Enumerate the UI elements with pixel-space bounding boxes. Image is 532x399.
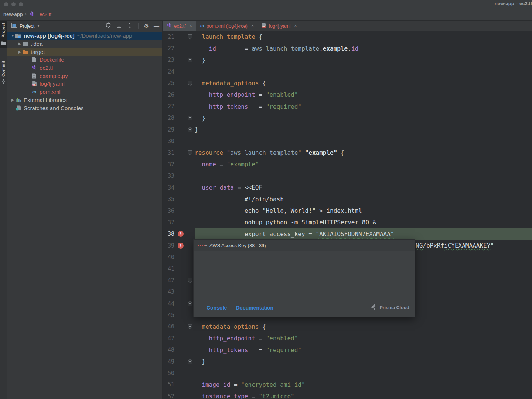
fold-marker-icon[interactable] xyxy=(188,127,192,132)
project-tree: ▼new-app [log4j-rce]~/Downloads/new-app▶… xyxy=(7,31,162,112)
code-text: } xyxy=(195,358,205,365)
code-text: export access_key = "AKIAIOSFODNN7EXAMAA… xyxy=(195,231,394,238)
project-panel-header: Project ▼ ⚙ — xyxy=(7,21,162,31)
prisma-cloud-brand: Prisma Cloud xyxy=(370,304,409,312)
tree-item-ec2-tf[interactable]: ec2.tf xyxy=(7,64,162,72)
fold-marker-icon[interactable] xyxy=(188,57,192,62)
fold-marker-icon[interactable] xyxy=(188,115,192,120)
tree-item-target[interactable]: ▶target xyxy=(7,48,162,56)
tool-window-icon xyxy=(11,23,17,29)
chevron-right-icon[interactable]: ▶ xyxy=(17,42,22,46)
prisma-cloud-logo-icon xyxy=(370,304,376,312)
gutter-slot: ! xyxy=(176,243,185,249)
code-line-23: 23 } xyxy=(163,54,532,66)
code-line-30: 30 xyxy=(163,136,532,147)
maximize-window-icon[interactable] xyxy=(19,2,23,6)
fold-marker-icon[interactable] xyxy=(188,359,192,364)
breadcrumb: new-app › ec2.tf xyxy=(0,8,532,21)
tool-window-button-project[interactable]: Project xyxy=(0,21,7,48)
line-number: 27 xyxy=(163,103,176,110)
line-number: 34 xyxy=(163,184,176,191)
fold-marker-icon[interactable] xyxy=(188,81,192,86)
prisma-cloud-finding-popup: AWS Access Key (38 - 39) Console Documen… xyxy=(193,239,415,317)
commit-stripe-label: Commit xyxy=(1,61,6,77)
code-editor[interactable]: 21 launch_template {22 id = aws_launch_t… xyxy=(163,31,532,399)
close-icon[interactable]: × xyxy=(190,23,192,28)
code-text: http_tokens = "required" xyxy=(195,347,301,354)
tree-item-pom-xml[interactable]: mpom.xml xyxy=(7,88,162,96)
collapse-all-icon[interactable] xyxy=(127,22,133,30)
fold-marker-icon[interactable] xyxy=(188,150,192,156)
popup-title: AWS Access Key (38 - 39) xyxy=(209,243,266,248)
tree-item-label: ec2.tf xyxy=(40,65,53,71)
code-line-50: 50 xyxy=(163,367,532,379)
terraform-icon xyxy=(167,23,172,29)
folder-icon xyxy=(22,41,28,47)
error-icon[interactable]: ! xyxy=(178,231,184,237)
tab-pom-xml[interactable]: m pom.xml (log4j-rce) × xyxy=(196,21,258,31)
code-line-49: 49 } xyxy=(163,356,532,367)
tab-log4j-yaml[interactable]: YML log4j.yaml × xyxy=(258,21,301,31)
code-line-48: 48 http_tokens = "required" xyxy=(163,344,532,356)
code-line-47: 47 http_endpoint = "enabled" xyxy=(163,332,532,344)
code-line-32: 32 name = "example" xyxy=(163,158,532,170)
folder-icon xyxy=(1,40,6,46)
tree-item-log4j-yaml[interactable]: YMLlog4j.yaml xyxy=(7,80,162,88)
line-number: 36 xyxy=(163,208,176,214)
chevron-right-icon[interactable]: ▶ xyxy=(10,98,15,102)
code-line-21: 21 launch_template { xyxy=(163,31,532,42)
scratches-icon xyxy=(15,105,21,111)
hide-panel-icon[interactable]: — xyxy=(154,23,159,29)
close-icon[interactable]: × xyxy=(251,23,254,28)
code-line-26: 26 http_endpoint = "enabled" xyxy=(163,89,532,100)
breadcrumb-project[interactable]: new-app xyxy=(3,11,23,17)
project-panel-title[interactable]: Project xyxy=(20,23,34,29)
chevron-down-icon[interactable]: ▼ xyxy=(10,34,15,38)
tab-label: log4j.yaml xyxy=(269,23,291,29)
code-text: http_endpoint = "enabled" xyxy=(195,335,298,342)
line-number: 49 xyxy=(163,358,176,365)
tab-ec2-tf[interactable]: ec2.tf × xyxy=(163,21,196,31)
tree-item-label: .idea xyxy=(31,41,43,47)
code-text: http_endpoint = "enabled" xyxy=(195,91,298,98)
close-window-icon[interactable] xyxy=(4,2,8,6)
breadcrumb-separator-icon: › xyxy=(25,11,27,17)
error-icon[interactable]: ! xyxy=(178,243,184,249)
fold-marker-icon[interactable] xyxy=(188,301,192,306)
code-text: nohup python -m SimpleHTTPServer 80 & xyxy=(195,219,376,226)
fold-marker-icon[interactable] xyxy=(188,278,192,283)
popup-header: AWS Access Key (38 - 39) xyxy=(194,240,415,251)
tree-item-example-py[interactable]: example.py xyxy=(7,72,162,80)
tree-item-idea[interactable]: ▶.idea xyxy=(7,40,162,48)
maven-icon: m xyxy=(31,89,37,95)
documentation-link[interactable]: Documentation xyxy=(236,305,273,311)
console-link[interactable]: Console xyxy=(207,305,227,311)
expand-all-icon[interactable] xyxy=(116,22,122,30)
tool-window-button-commit[interactable]: Commit xyxy=(0,59,7,87)
file-icon xyxy=(31,57,37,63)
tree-item-new-app-log4j-rce[interactable]: ▼new-app [log4j-rce]~/Downloads/new-app xyxy=(7,32,162,40)
fold-marker-icon[interactable] xyxy=(188,34,192,40)
line-number: 26 xyxy=(163,92,176,98)
code-text: resource "aws_launch_template" "example"… xyxy=(195,149,344,156)
yaml-icon: YML xyxy=(31,81,37,87)
terraform-icon xyxy=(31,65,37,71)
locate-icon[interactable] xyxy=(105,22,111,30)
tree-item-dockerfile[interactable]: Dockerfile xyxy=(7,56,162,64)
tree-item-scratches-and-consoles[interactable]: Scratches and Consoles xyxy=(7,104,162,112)
tree-item-external-libraries[interactable]: ▶External Libraries xyxy=(7,96,162,104)
breadcrumb-file[interactable]: ec2.tf xyxy=(40,11,51,17)
window-title: new-app – ec2.tf xyxy=(495,1,532,6)
commit-icon xyxy=(1,79,6,85)
file-icon xyxy=(31,73,37,79)
chevron-down-icon[interactable]: ▼ xyxy=(37,24,40,28)
settings-gear-icon[interactable]: ⚙ xyxy=(144,23,149,29)
minimize-window-icon[interactable] xyxy=(11,2,16,6)
tab-label: ec2.tf xyxy=(174,23,186,29)
code-line-51: 51 image_id = "encrypted_ami_id" xyxy=(163,379,532,391)
project-folder-icon xyxy=(15,33,21,39)
chevron-right-icon[interactable]: ▶ xyxy=(17,50,22,54)
code-line-28: 28 } xyxy=(163,112,532,124)
close-icon[interactable]: × xyxy=(294,23,297,28)
fold-marker-icon[interactable] xyxy=(188,324,192,329)
